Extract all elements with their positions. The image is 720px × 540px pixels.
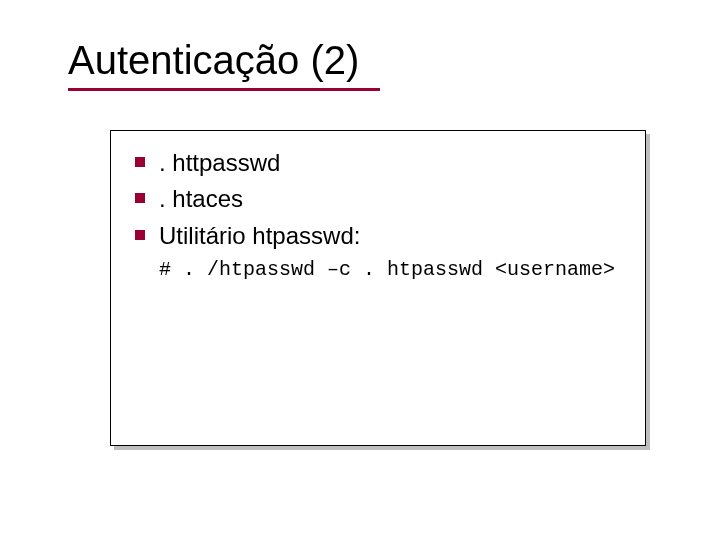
- square-bullet-icon: [135, 193, 145, 203]
- list-item-label: . htaces: [159, 183, 243, 215]
- list-item-label: . httpasswd: [159, 147, 280, 179]
- square-bullet-icon: [135, 230, 145, 240]
- code-line: # . /htpasswd –c . htpasswd <username>: [159, 258, 629, 281]
- slide: Autenticação (2) . httpasswd . htaces Ut…: [0, 0, 720, 540]
- page-title: Autenticação (2): [68, 38, 628, 82]
- title-block: Autenticação (2): [68, 38, 628, 91]
- square-bullet-icon: [135, 157, 145, 167]
- list-item: Utilitário htpasswd:: [135, 220, 629, 252]
- list-item: . httpasswd: [135, 147, 629, 179]
- list-item-label: Utilitário htpasswd:: [159, 220, 360, 252]
- title-underline: [68, 88, 380, 91]
- content-box: . httpasswd . htaces Utilitário htpasswd…: [110, 130, 646, 446]
- list-item: . htaces: [135, 183, 629, 215]
